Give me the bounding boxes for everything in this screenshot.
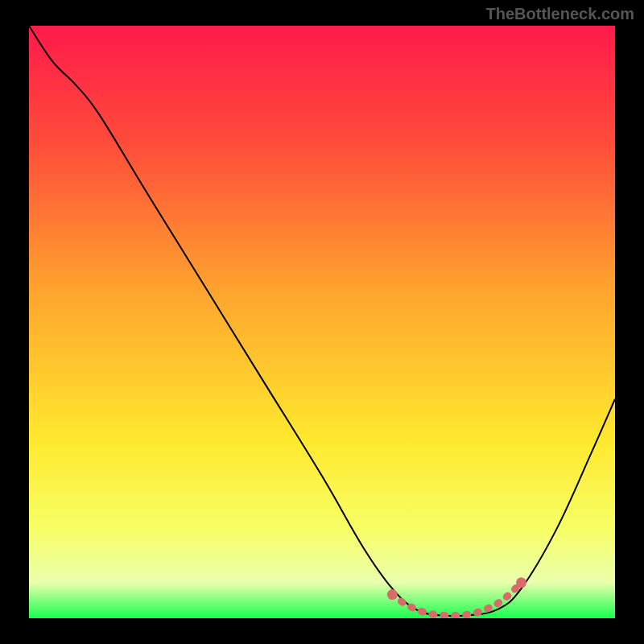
watermark-text: TheBottleneck.com [486,5,634,23]
svg-point-1 [516,577,526,588]
chart-container: TheBottleneck.com [0,0,644,644]
gradient-background [29,26,615,618]
chart-svg [29,26,615,618]
svg-point-0 [387,589,398,600]
plot-area [29,26,615,618]
